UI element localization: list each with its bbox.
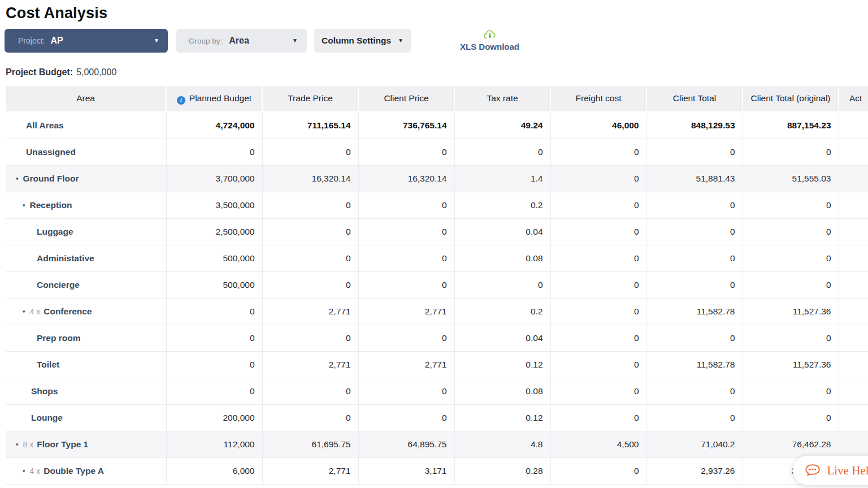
expand-caret-icon[interactable]: ▾ <box>23 309 25 314</box>
area-label: Luggage <box>37 227 73 237</box>
value-cell: 2,937.26 <box>646 458 743 485</box>
value-cell: 0 <box>358 245 454 272</box>
value-cell: 0 <box>454 272 550 299</box>
cost-analysis-page: Cost Analysis Project: AP ▼ Group by: Ar… <box>0 0 868 488</box>
area-label: Shops <box>31 386 58 396</box>
live-help-button[interactable]: Live Help <box>793 456 868 485</box>
area-label: Concierge <box>37 280 80 290</box>
info-icon[interactable]: i <box>177 96 185 105</box>
value-cell: 0 <box>550 166 646 192</box>
xls-download-link[interactable]: XLS Download <box>460 29 519 53</box>
value-cell: 0.08 <box>454 378 550 405</box>
value-cell: 0 <box>166 325 262 352</box>
area-cell: Luggage <box>6 219 166 245</box>
table-row: ▾Reception3,500,000000.2000 <box>6 192 868 219</box>
area-label: Conference <box>44 306 92 317</box>
value-cell: 0 <box>646 192 743 219</box>
area-label: Double Type A <box>44 466 104 476</box>
value-cell: 71,040.2 <box>646 431 743 458</box>
value-cell: 0 <box>358 378 454 405</box>
area-label: Lounge <box>31 413 63 423</box>
column-header-client-total-original-: Client Total (original) <box>743 86 839 112</box>
value-cell: 0.12 <box>454 352 550 378</box>
value-cell: 0 <box>743 405 839 431</box>
value-cell: 2,771 <box>262 299 358 325</box>
value-cell: 6,000 <box>166 458 262 485</box>
value-cell: 0 <box>646 325 743 352</box>
value-cell: 0 <box>550 245 646 272</box>
expand-caret-icon[interactable]: ▾ <box>16 442 19 447</box>
value-cell: 61,695.75 <box>262 431 358 458</box>
value-cell: 0 <box>262 192 358 219</box>
table-row: All Areas4,724,000711,165.14736,765.1449… <box>6 112 868 139</box>
value-cell: 3,500,000 <box>166 192 262 219</box>
value-cell: 16,320.14 <box>262 166 358 192</box>
value-cell: 0 <box>646 139 743 166</box>
actual-cell <box>839 405 868 431</box>
table-row: ▾4 xDouble Type A6,0002,7713,1710.2802,9… <box>6 458 868 485</box>
value-cell: 16,320.14 <box>358 166 454 192</box>
table-row: Unassigned0000000 <box>6 139 868 166</box>
project-budget-label: Project Budget: <box>6 67 73 77</box>
quantity-prefix: 4 x <box>30 467 41 476</box>
value-cell: 51,881.43 <box>646 166 743 192</box>
area-cell: Lounge <box>6 405 166 431</box>
project-dropdown-value: AP <box>50 36 63 46</box>
value-cell: 0 <box>358 192 454 219</box>
value-cell: 0 <box>550 405 646 431</box>
area-cell: ▾4 xConference <box>6 299 166 325</box>
value-cell: 0.04 <box>454 325 550 352</box>
column-settings-dropdown[interactable]: Column Settings ▼ <box>314 29 411 53</box>
column-header-tax-rate: Tax rate <box>454 86 550 112</box>
page-title: Cost Analysis <box>6 5 868 22</box>
value-cell: 49.24 <box>454 112 550 139</box>
actual-cell <box>839 378 868 405</box>
value-cell: 112,000 <box>166 431 262 458</box>
value-cell: 0 <box>262 378 358 405</box>
area-cell: Administative <box>6 245 166 272</box>
value-cell: 0 <box>262 272 358 299</box>
value-cell: 0 <box>358 325 454 352</box>
expand-caret-icon[interactable]: ▾ <box>23 202 25 208</box>
value-cell: 0 <box>646 405 743 431</box>
value-cell: 2,500,000 <box>166 219 262 245</box>
actual-cell <box>839 272 868 299</box>
area-label: Administative <box>37 253 94 264</box>
value-cell: 0.12 <box>454 405 550 431</box>
chevron-down-icon: ▼ <box>292 38 298 44</box>
chat-bubble-icon <box>804 464 821 477</box>
column-settings-label: Column Settings <box>322 36 391 46</box>
value-cell: 0 <box>743 219 839 245</box>
value-cell: 0 <box>166 352 262 378</box>
expand-caret-icon[interactable]: ▾ <box>16 176 19 182</box>
column-header-label: Act <box>849 93 862 103</box>
column-header-freight-cost: Freight cost <box>550 86 646 112</box>
expand-caret-icon[interactable]: ▾ <box>23 468 25 474</box>
quantity-prefix: 8 x <box>23 440 34 449</box>
actual-cell <box>839 192 868 219</box>
table-header-row: AreaiPlanned BudgetTrade PriceClient Pri… <box>6 86 868 112</box>
table-row: ▾4 xConference02,7712,7710.2011,582.7811… <box>6 299 868 325</box>
actual-cell <box>839 112 868 139</box>
value-cell: 0.04 <box>454 219 550 245</box>
value-cell: 0 <box>550 219 646 245</box>
value-cell: 0 <box>166 378 262 405</box>
value-cell: 500,000 <box>166 245 262 272</box>
actual-cell <box>839 352 868 378</box>
actual-cell <box>839 325 868 352</box>
project-dropdown[interactable]: Project: AP ▼ <box>5 29 168 53</box>
column-header-label: Freight cost <box>576 93 622 103</box>
value-cell: 0 <box>454 139 550 166</box>
value-cell: 0 <box>743 378 839 405</box>
table-row: Toilet02,7712,7710.12011,582.7811,527.36 <box>6 352 868 378</box>
value-cell: 0 <box>743 139 839 166</box>
value-cell: 0 <box>550 192 646 219</box>
value-cell: 0 <box>550 272 646 299</box>
column-header-act: Act <box>839 86 868 112</box>
group-by-dropdown[interactable]: Group by: Area ▼ <box>176 29 307 53</box>
xls-download-label: XLS Download <box>460 42 519 51</box>
area-cell: All Areas <box>6 112 166 139</box>
value-cell: 0 <box>166 299 262 325</box>
value-cell: 0 <box>358 405 454 431</box>
value-cell: 0 <box>358 139 454 166</box>
